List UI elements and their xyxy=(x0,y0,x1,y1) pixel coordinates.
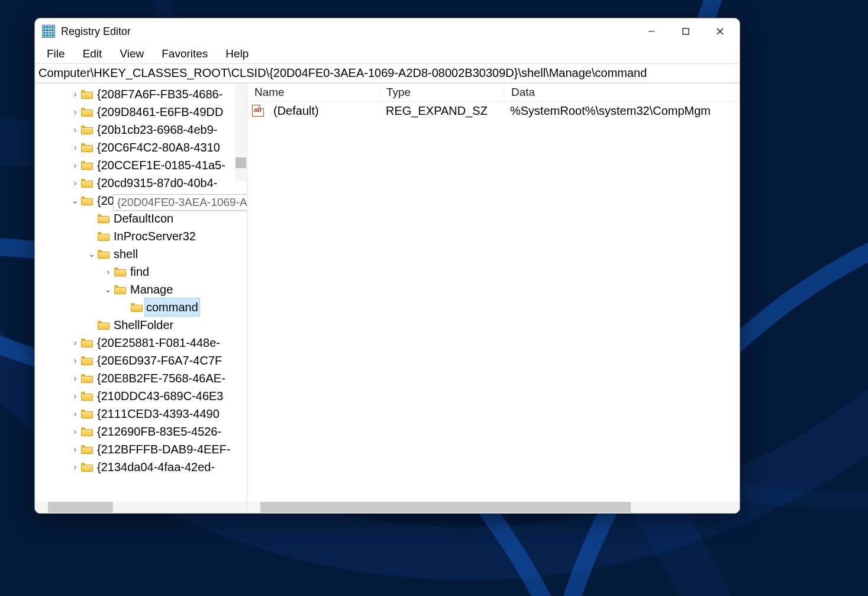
folder-icon xyxy=(81,107,93,117)
values-pane: Name Type Data ab(Default)REG_EXPAND_SZ%… xyxy=(247,83,740,513)
maximize-button[interactable] xyxy=(669,18,703,44)
scrollbar-thumb[interactable] xyxy=(48,502,113,513)
tree-item[interactable]: ›{2134da04-4faa-42ed- xyxy=(35,458,247,476)
tree-item-label: {20b1cb23-6968-4eb9- xyxy=(96,121,218,138)
expand-icon[interactable]: › xyxy=(70,156,80,174)
tree-item-label: {20E6D937-F6A7-4C7F xyxy=(96,352,222,369)
tree-item[interactable]: ›{2111CED3-4393-4490 xyxy=(35,405,247,423)
tree-item[interactable]: ⌄Manage xyxy=(35,281,247,298)
address-bar[interactable]: Computer\HKEY_CLASSES_ROOT\CLSID\{20D04F… xyxy=(35,63,740,83)
folder-icon xyxy=(81,391,93,401)
tree-tooltip: {20D04FE0-3AEA-1069-A2D8-08002B30309D} xyxy=(113,194,247,211)
values-header: Name Type Data xyxy=(247,83,740,102)
tree-item[interactable]: ›{210DDC43-689C-46E3 xyxy=(35,387,247,405)
collapse-icon[interactable]: ⌄ xyxy=(87,245,96,263)
folder-icon xyxy=(81,356,93,365)
tree-item-label: shell xyxy=(113,245,138,263)
expand-icon[interactable]: › xyxy=(70,369,80,387)
tree-item[interactable]: DefaultIcon xyxy=(35,210,247,227)
tree-item-label: {212690FB-83E5-4526- xyxy=(96,423,222,440)
tree-item[interactable]: InProcServer32 xyxy=(35,227,247,245)
collapse-icon[interactable]: ⌄ xyxy=(104,281,113,298)
expand-icon[interactable]: › xyxy=(70,334,80,352)
tree-item[interactable]: ›{20C6F4C2-80A8-4310 xyxy=(35,138,247,156)
expand-icon[interactable]: › xyxy=(70,174,80,192)
expand-icon[interactable]: › xyxy=(70,352,80,369)
values-list[interactable]: ab(Default)REG_EXPAND_SZ%SystemRoot%\sys… xyxy=(247,102,740,501)
expand-icon[interactable]: › xyxy=(70,138,80,156)
tree-item-label: {20cd9315-87d0-40b4- xyxy=(96,174,218,192)
tree-item[interactable]: ›{20E8B2FE-7568-46AE- xyxy=(35,369,247,387)
column-header-data[interactable]: Data xyxy=(504,83,740,101)
tree-item[interactable]: ⌄shell xyxy=(35,245,247,263)
folder-icon xyxy=(81,178,93,188)
folder-icon xyxy=(114,285,126,294)
expand-icon[interactable]: › xyxy=(70,85,80,103)
tree-item[interactable]: ›{20b1cb23-6968-4eb9- xyxy=(35,121,247,138)
svg-rect-1 xyxy=(683,28,689,34)
tree-item[interactable]: ›{212BFFFB-DAB9-4EEF- xyxy=(35,440,247,458)
expand-icon[interactable]: › xyxy=(70,121,80,138)
tree-item-label: {209D8461-E6FB-49DD xyxy=(96,103,224,121)
expand-icon[interactable]: › xyxy=(70,405,80,423)
expand-icon[interactable]: › xyxy=(70,103,80,121)
scrollbar-thumb[interactable] xyxy=(235,157,246,168)
folder-icon xyxy=(81,160,93,170)
tree-item[interactable]: ›{20E6D937-F6A7-4C7F xyxy=(35,352,247,369)
tree-item-label: {210DDC43-689C-46E3 xyxy=(96,387,224,405)
tree-item[interactable]: ›{20CCEF1E-0185-41a5- xyxy=(35,156,247,174)
menu-edit[interactable]: Edit xyxy=(75,45,111,63)
expand-icon[interactable]: › xyxy=(70,423,80,440)
expand-icon[interactable]: › xyxy=(70,387,80,405)
folder-icon xyxy=(81,462,93,472)
expand-icon[interactable]: › xyxy=(104,263,113,281)
tree-item-label: {208F7A6F-FB35-4686- xyxy=(96,85,223,103)
tree-item[interactable]: ShellFolder xyxy=(35,316,247,334)
tree-item[interactable]: ›{20cd9315-87d0-40b4- xyxy=(35,174,247,192)
tree-horizontal-scrollbar[interactable] xyxy=(35,501,247,513)
folder-icon xyxy=(98,249,109,259)
column-header-name[interactable]: Name xyxy=(247,83,379,101)
menu-file[interactable]: File xyxy=(38,45,73,63)
values-horizontal-scrollbar[interactable] xyxy=(247,501,740,513)
tree-item-label: command xyxy=(144,298,200,317)
value-type: REG_EXPAND_SZ xyxy=(379,104,503,118)
tree-pane: ›{208F7A6F-FB35-4686-›{209D8461-E6FB-49D… xyxy=(35,83,247,513)
expand-icon[interactable]: › xyxy=(70,458,80,476)
menu-favorites[interactable]: Favorites xyxy=(153,45,216,63)
scrollbar-thumb[interactable] xyxy=(260,502,631,513)
value-row[interactable]: ab(Default)REG_EXPAND_SZ%SystemRoot%\sys… xyxy=(247,102,740,120)
menu-view[interactable]: View xyxy=(111,45,152,63)
tree-item-label: {20E25881-F081-448e- xyxy=(96,334,221,352)
folder-icon xyxy=(81,89,93,99)
menu-help[interactable]: Help xyxy=(217,45,257,63)
folder-icon xyxy=(98,231,109,241)
registry-tree[interactable]: ›{208F7A6F-FB35-4686-›{209D8461-E6FB-49D… xyxy=(35,83,247,501)
menu-bar: File Edit View Favorites Help xyxy=(35,44,740,63)
tree-item-label: {20E8B2FE-7568-46AE- xyxy=(96,369,226,387)
tree-item[interactable]: ›{209D8461-E6FB-49DD xyxy=(35,103,247,121)
tree-item[interactable]: ›{20E25881-F081-448e- xyxy=(35,334,247,352)
expand-icon[interactable]: › xyxy=(70,440,80,458)
title-bar[interactable]: Registry Editor xyxy=(35,18,740,44)
value-name: (Default) xyxy=(266,104,379,118)
folder-icon xyxy=(81,444,93,454)
minimize-button[interactable] xyxy=(634,18,669,44)
tree-item-label: DefaultIcon xyxy=(113,210,174,227)
tree-item-label: InProcServer32 xyxy=(113,227,196,245)
folder-icon xyxy=(114,267,126,276)
tree-item-label: {212BFFFB-DAB9-4EEF- xyxy=(96,440,231,458)
tree-item[interactable]: ›{212690FB-83E5-4526- xyxy=(35,423,247,440)
collapse-icon[interactable]: ⌄ xyxy=(70,192,80,210)
tree-vertical-scrollbar[interactable] xyxy=(235,83,247,181)
tree-item[interactable]: ›{208F7A6F-FB35-4686- xyxy=(35,85,247,103)
tree-item[interactable]: command xyxy=(35,298,247,316)
tree-item-label: find xyxy=(130,263,150,281)
close-button[interactable] xyxy=(703,18,737,44)
tree-item-label: {2111CED3-4393-4490 xyxy=(96,405,220,423)
column-header-type[interactable]: Type xyxy=(379,83,504,101)
tree-item-label: {20C6F4C2-80A8-4310 xyxy=(96,138,221,156)
folder-icon xyxy=(81,409,93,418)
tree-item[interactable]: ›find xyxy=(35,263,247,281)
value-data: %SystemRoot%\system32\CompMgm xyxy=(503,104,711,118)
